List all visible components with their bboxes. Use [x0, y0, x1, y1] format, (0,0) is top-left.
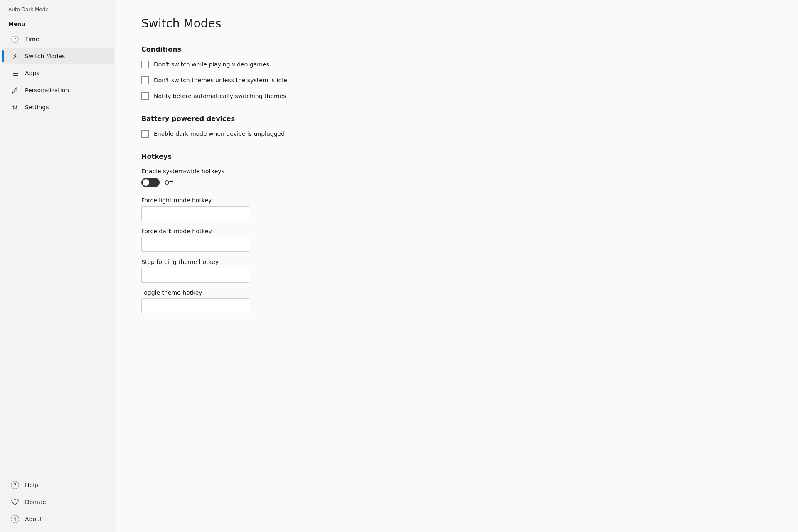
force-dark-label: Force dark mode hotkey — [141, 228, 773, 234]
toggle-theme-label: Toggle theme hotkey — [141, 289, 773, 296]
checkbox-notify-input[interactable] — [141, 92, 149, 100]
stop-forcing-field: Stop forcing theme hotkey — [141, 259, 773, 283]
sidebar-item-time[interactable]: 🕐 Time — [2, 31, 114, 47]
gear-icon: ⚙ — [11, 103, 19, 111]
checkbox-notify: Notify before automatically switching th… — [141, 92, 773, 100]
hotkeys-toggle-state-label: Off — [165, 179, 173, 186]
checkbox-notify-label: Notify before automatically switching th… — [154, 93, 286, 99]
heart-icon — [11, 498, 19, 506]
sidebar-item-switch-modes[interactable]: ⚡ Switch Modes — [2, 48, 114, 64]
checkbox-no-games-input[interactable] — [141, 61, 149, 68]
conditions-title: Conditions — [141, 45, 773, 53]
checkbox-unplugged: Enable dark mode when device is unplugge… — [141, 130, 773, 138]
svg-rect-0 — [12, 71, 12, 71]
sidebar: Auto Dark Mode Menu 🕐 Time ⚡ Switch Mode… — [0, 0, 116, 532]
sidebar-bottom: ? Help Donate ℹ About — [0, 470, 116, 532]
battery-title: Battery powered devices — [141, 115, 773, 123]
sidebar-item-personalization-label: Personalization — [25, 87, 69, 94]
stop-forcing-input[interactable] — [141, 268, 249, 283]
svg-rect-5 — [13, 75, 18, 76]
battery-section: Battery powered devices Enable dark mode… — [141, 115, 773, 138]
force-dark-field: Force dark mode hotkey — [141, 228, 773, 252]
list-icon — [11, 69, 19, 77]
svg-rect-1 — [13, 71, 18, 71]
checkbox-idle-only-input[interactable] — [141, 76, 149, 84]
app-title: Auto Dark Mode — [0, 0, 116, 17]
help-icon: ? — [11, 481, 19, 489]
hotkeys-section: Hotkeys Enable system-wide hotkeys Off F… — [141, 153, 773, 313]
stop-forcing-label: Stop forcing theme hotkey — [141, 259, 773, 265]
sidebar-item-personalization[interactable]: Personalization — [2, 82, 114, 99]
sidebar-item-switch-modes-label: Switch Modes — [25, 53, 65, 59]
hotkeys-toggle-label: Enable system-wide hotkeys — [141, 168, 773, 175]
sidebar-item-time-label: Time — [25, 36, 39, 42]
hotkeys-title: Hotkeys — [141, 153, 773, 160]
sidebar-item-about-label: About — [25, 516, 42, 522]
sidebar-item-about[interactable]: ℹ About — [2, 511, 114, 527]
main-content: Switch Modes Conditions Don't switch whi… — [116, 0, 798, 532]
toggle-theme-field: Toggle theme hotkey — [141, 289, 773, 313]
info-icon: ℹ — [11, 515, 19, 523]
menu-label: Menu — [0, 17, 116, 30]
toggle-knob — [143, 179, 149, 186]
force-dark-input[interactable] — [141, 237, 249, 252]
sidebar-item-help-label: Help — [25, 482, 38, 488]
checkbox-no-games-label: Don't switch while playing video games — [154, 61, 269, 68]
sidebar-item-settings[interactable]: ⚙ Settings — [2, 99, 114, 116]
hotkeys-toggle-row: Off — [141, 178, 773, 187]
toggle-theme-input[interactable] — [141, 298, 249, 313]
svg-rect-4 — [12, 75, 12, 76]
force-light-input[interactable] — [141, 206, 249, 221]
sidebar-item-apps[interactable]: Apps — [2, 65, 114, 81]
force-light-field: Force light mode hotkey — [141, 197, 773, 221]
sidebar-item-apps-label: Apps — [25, 70, 39, 76]
checkbox-unplugged-label: Enable dark mode when device is unplugge… — [154, 131, 285, 137]
sidebar-item-help[interactable]: ? Help — [2, 477, 114, 493]
edit-icon — [11, 86, 19, 94]
sidebar-divider — [2, 473, 114, 473]
checkbox-no-games: Don't switch while playing video games — [141, 61, 773, 68]
sidebar-item-settings-label: Settings — [25, 104, 49, 111]
svg-rect-3 — [13, 73, 18, 74]
force-light-label: Force light mode hotkey — [141, 197, 773, 204]
sidebar-item-donate[interactable]: Donate — [2, 494, 114, 510]
svg-rect-2 — [12, 73, 12, 74]
conditions-section: Conditions Don't switch while playing vi… — [141, 45, 773, 100]
hotkeys-toggle-switch[interactable] — [141, 178, 160, 187]
sidebar-item-donate-label: Donate — [25, 499, 46, 505]
sidebar-nav: 🕐 Time ⚡ Switch Modes Apps — [0, 30, 116, 250]
clock-icon: 🕐 — [11, 35, 19, 43]
page-title: Switch Modes — [141, 17, 773, 30]
checkbox-idle-only-label: Don't switch themes unless the system is… — [154, 77, 287, 84]
lightning-icon: ⚡ — [11, 52, 19, 60]
checkbox-idle-only: Don't switch themes unless the system is… — [141, 76, 773, 84]
checkbox-unplugged-input[interactable] — [141, 130, 149, 138]
